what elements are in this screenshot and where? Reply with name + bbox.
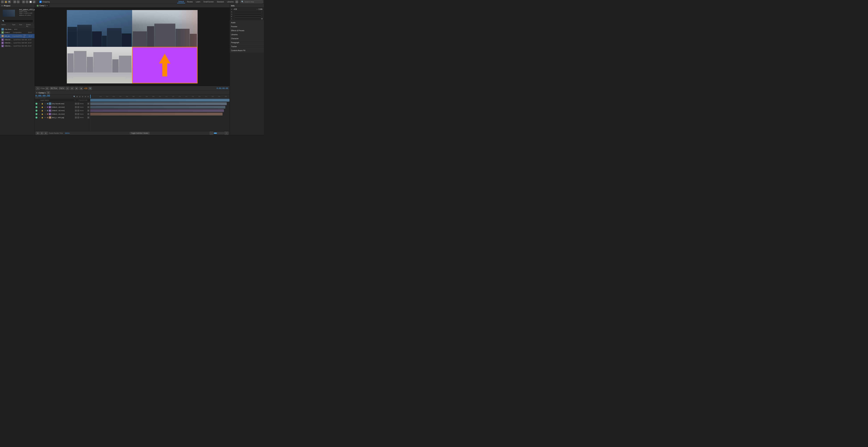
file-item-1[interactable]: ▶ Comp 1 Composition 29.97 [0, 31, 35, 34]
layer-switch-3-b[interactable]: / [77, 113, 79, 115]
layer-solo-2[interactable]: ☼ [38, 109, 40, 112]
layer-solo-4[interactable]: ☼ [38, 116, 40, 119]
layer-lock-0[interactable]: 🔒 [41, 102, 43, 105]
layer-item-1[interactable]: ● ☼ 🔒 2 ▶ [VideoS...nt3.mov] ☉ / None [35, 105, 90, 109]
layer-switch-0-b[interactable]: / [77, 103, 79, 105]
bottom-btn-1[interactable]: ⊞ [36, 132, 39, 135]
layer-vis-3[interactable]: ● [35, 113, 37, 115]
paragraph-section-header[interactable]: Paragraph [230, 41, 264, 44]
layer-options-4-btn[interactable]: ⊗ [84, 95, 87, 98]
layer-item-3[interactable]: ● ☼ 🔒 4 ▶ [VideoS...nt1.mov] ☉ / None [35, 112, 90, 116]
layer-lock-2[interactable]: 🔒 [41, 109, 43, 112]
workspace-tab-libraries[interactable]: Libraries [226, 1, 235, 3]
workspace-tab-review[interactable]: Review [186, 1, 194, 3]
workspace-tab-smallscreen[interactable]: Small Screen [202, 1, 215, 3]
exposure-btn[interactable]: ◑ [79, 87, 83, 90]
audio-section-header[interactable]: Audio [230, 21, 264, 25]
layer-parent-dropdown-3[interactable]: ▾ [87, 113, 89, 115]
file-item-3[interactable]: ▶ VideoSe...t1.mov QuickTime 640 MB 29.9… [0, 38, 35, 41]
track-bar-0[interactable] [90, 99, 229, 102]
layer-solo-1[interactable]: ☼ [38, 106, 40, 108]
quality-selector[interactable]: Full ▾ [59, 87, 65, 90]
layer-vis-0[interactable]: ● [35, 103, 37, 105]
layer-options-3-btn[interactable]: ⊕ [82, 95, 84, 98]
search-input[interactable] [244, 1, 262, 3]
layer-lock-4[interactable]: 🔒 [41, 116, 43, 119]
layer-lock-3[interactable]: 🔒 [41, 113, 43, 115]
comp-region-btn[interactable]: ⊞ [70, 87, 74, 90]
track-row-0 [90, 99, 229, 102]
workspace-tab-learn[interactable]: Learn [194, 1, 202, 3]
toolbar-icon-hand[interactable]: ✋ [4, 1, 7, 3]
layer-item-0[interactable]: ● ☼ 🔒 1 ♪ [City Sounds.wav] ☉ / None [35, 102, 90, 105]
layer-item-4[interactable]: ● ☼ 🔒 5 🖼 [test_p...v001.jpg] ☉ / Non [35, 116, 90, 119]
file-item-0[interactable]: ♪ City Sounds.wav WAV [0, 28, 35, 31]
layer-lock-1[interactable]: 🔒 [41, 106, 43, 108]
zoom-in-btn[interactable]: + [225, 132, 228, 135]
layer-parent-dropdown-4[interactable]: ▾ [87, 116, 89, 118]
layer-switch-2-a[interactable]: ☉ [75, 110, 77, 112]
file-item-2[interactable]: 🖼 test_pa...001.jpg ImportedJPEG 793 KB … [0, 34, 35, 38]
fit-to-comp-btn[interactable]: ⊡ [66, 87, 69, 90]
tracker-section-header[interactable]: Tracker [230, 44, 264, 48]
playback-btn-menu[interactable]: ≡ [36, 87, 39, 90]
snapshot-btn[interactable]: 📷 [88, 87, 92, 90]
layer-switch-3-a[interactable]: ☉ [75, 113, 77, 115]
track-bar-3[interactable] [90, 109, 224, 112]
bottom-btn-2[interactable]: ⊟ [40, 132, 43, 135]
layer-solo-0[interactable]: ☼ [38, 102, 40, 105]
project-search-input[interactable] [5, 20, 32, 22]
layer-item-2[interactable]: ● ☼ 🔒 3 ▶ [VideoS...nt2.mov] ☉ / None [35, 109, 90, 112]
transparency-btn[interactable]: ⊠ [75, 87, 78, 90]
layer-solo-3[interactable]: ☼ [38, 113, 40, 115]
toolbar-icon-arrow[interactable]: ↖ [1, 1, 4, 3]
file-item-4[interactable]: ▶ VideoSe...t2.mov QuickTime 688 MB 29.9… [0, 41, 35, 44]
layer-search-btn[interactable]: 🔍 [73, 95, 75, 98]
layer-switch-1-b[interactable]: / [77, 106, 79, 108]
playhead-line[interactable] [90, 95, 91, 98]
layer-vis-2[interactable]: ● [35, 110, 37, 112]
layer-switch-1-a[interactable]: ☉ [75, 106, 77, 108]
toolbar-icon-zoom[interactable]: 🔍 [8, 1, 11, 3]
content-aware-fill-section-header[interactable]: Content-Aware Fill [230, 48, 264, 53]
toolbar-icon-scale[interactable]: ⤡ [17, 1, 20, 3]
workspace-tab-standard[interactable]: Standard [215, 1, 225, 3]
workspace-overflow-btn[interactable]: » [236, 1, 238, 3]
layer-options-5-btn[interactable]: ⊘ [87, 95, 89, 98]
track-bar-2[interactable] [90, 106, 225, 108]
viewer-settings-btn[interactable]: ⚙ [45, 87, 49, 90]
toolbar-icon-pen[interactable]: ✒ [22, 1, 25, 3]
layer-switch-4-a[interactable]: ☉ [75, 116, 77, 118]
layer-parent-dropdown-0[interactable]: ▾ [87, 103, 89, 105]
toolbar-icon-type[interactable]: T [26, 1, 28, 3]
layer-switch-4-b[interactable]: / [77, 116, 79, 118]
workspace-tab-default[interactable]: Default [177, 0, 185, 3]
layer-switch-0-a[interactable]: ☉ [75, 103, 77, 105]
layer-vis-1[interactable]: ● [35, 106, 37, 108]
toggle-switches-btn[interactable]: Toggle Switches / Modes [130, 132, 150, 134]
snapping-checkbox[interactable] [39, 1, 42, 3]
comp-tab-comp1[interactable]: Comp 1 ✕ [35, 4, 49, 8]
libraries-section-header[interactable]: Libraries [230, 33, 264, 36]
layer-options-2-btn[interactable]: ⊟ [79, 95, 81, 98]
preview-section-header[interactable]: Preview [230, 25, 264, 28]
layer-parent-dropdown-2[interactable]: ▾ [87, 110, 89, 112]
bottom-btn-3[interactable]: ⊕ [44, 132, 48, 135]
zoom-slider[interactable] [214, 133, 224, 134]
character-section-header[interactable]: Character [230, 37, 264, 40]
layer-vis-4[interactable]: ● [35, 116, 37, 118]
timeline-settings-btn[interactable]: ☰ [46, 91, 50, 94]
zoom-selector[interactable]: 66.7% ▾ [50, 87, 58, 90]
layer-options-1-btn[interactable]: ⊞ [76, 95, 78, 98]
zoom-out-btn[interactable]: - [210, 132, 213, 135]
track-bar-4[interactable] [90, 113, 222, 115]
track-bar-1[interactable] [90, 102, 227, 105]
layer-parent-dropdown-1[interactable]: ▾ [87, 106, 89, 108]
toolbar-icon-shape[interactable]: ⬜ [29, 1, 32, 3]
toolbar-icon-rotate[interactable]: ↺ [13, 1, 16, 3]
effects-section-header[interactable]: Effects & Presets [230, 29, 264, 32]
toolbar-icon-brush[interactable]: 🖌 [33, 1, 35, 3]
layer-switch-2-b[interactable]: / [77, 110, 79, 112]
file-item-5[interactable]: ▶ VideoSe...t3.mov QuickTime 684 MB 29.9… [0, 44, 35, 47]
comp-tab-close[interactable]: ✕ [46, 5, 48, 7]
